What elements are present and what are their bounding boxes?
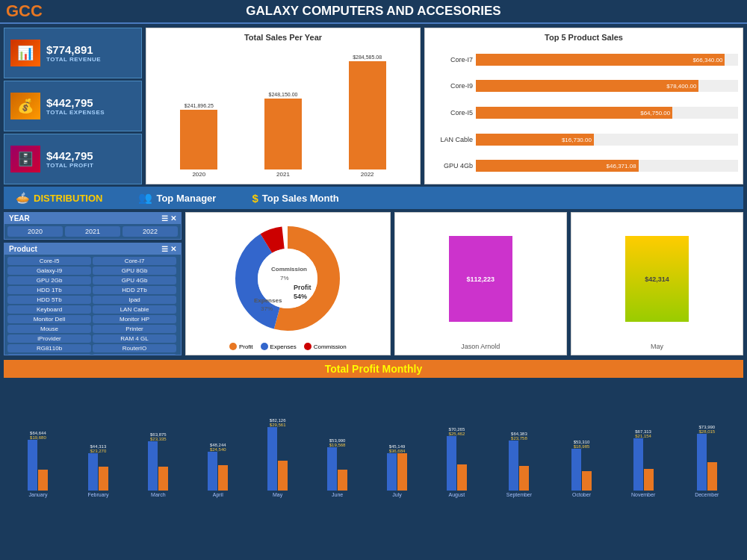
revenue-value: $774,891 xyxy=(46,43,101,56)
hbar-core-i7: Core-I7 $66,340.00 xyxy=(430,54,738,66)
month-mar: $63,875 $23,335 March xyxy=(148,432,168,497)
logo: GCC xyxy=(6,1,43,21)
svg-text:7%: 7% xyxy=(280,275,289,281)
product-btn[interactable]: GPU 8Gb xyxy=(93,267,176,275)
product-btn[interactable]: LAN Cable xyxy=(93,305,176,314)
profit-monthly-chart: $64,644 $19,680 January $44,313 $23,270 … xyxy=(4,380,743,501)
product-btn[interactable]: Monitor Dell xyxy=(7,315,91,323)
year-2020-btn[interactable]: 2020 xyxy=(7,226,63,237)
middle-tabs: 🥧 DISTRIBUTION 👥 Top Manager $ Top Sales… xyxy=(4,187,743,209)
profit-monthly-section: Total Profit Monthly $64,644 $19,680 Jan… xyxy=(0,358,747,505)
bar-2021: $248,150.00 2021 xyxy=(264,92,302,178)
manager-bar: $112,223 xyxy=(449,236,512,322)
year-2022-btn[interactable]: 2022 xyxy=(123,226,178,237)
month-jun: $53,990 $19,568 June xyxy=(327,438,347,497)
product-btn[interactable]: GPU 2Gb xyxy=(7,276,91,284)
expenses-label: TOTAL EXPENSES xyxy=(46,109,105,116)
product-section: Product ☰ ✕ Core-I5 Core-I7 Galaxy-I9 GP… xyxy=(4,243,182,355)
profit-icon: 🗄️ xyxy=(10,146,40,172)
product-btn[interactable]: RAM 4 GL xyxy=(93,335,176,343)
product-btn[interactable]: Ipad xyxy=(93,296,176,304)
legend-expenses: Expenses xyxy=(270,343,297,350)
svg-text:Profit: Profit xyxy=(294,284,311,291)
top-manager-icon: 👥 xyxy=(138,191,152,205)
manager-name: Jason Arnold xyxy=(461,343,500,350)
manager-value: $112,223 xyxy=(466,276,495,283)
top-sales-label: Top Sales Month xyxy=(262,193,339,204)
product-btn[interactable]: Core-I7 xyxy=(93,257,176,265)
top-manager-label: Top Manager xyxy=(156,193,216,204)
expenses-icon: 💰 xyxy=(10,93,40,119)
month-dec: $73,990 $28,015 December xyxy=(695,425,719,497)
revenue-label: TOTAL REVENUE xyxy=(46,56,101,63)
month-apr: $48,244 $24,540 April xyxy=(208,443,228,497)
month-jul: $45,149 $36,684 July xyxy=(387,444,407,497)
product-btn[interactable]: RG8110b xyxy=(7,344,91,352)
expenses-value: $442,795 xyxy=(46,96,105,109)
bar-2022: $284,585.08 2022 xyxy=(349,55,386,178)
profit-value: $442,795 xyxy=(46,149,93,162)
legend-commission: Commission xyxy=(314,343,347,350)
sales-per-year-chart: Total Sales Per Year $241,896.25 2020 $2… xyxy=(146,28,421,184)
distribution-chart: Commission 7% Profit 54% Expenses 37% Pr… xyxy=(185,212,391,355)
top5-title: Top 5 Product Sales xyxy=(430,33,738,42)
kpi-expenses: 💰 $442,795 TOTAL EXPENSES xyxy=(4,81,142,131)
product-btn[interactable]: HDD 5Tb xyxy=(7,296,91,304)
sales-month-name: May xyxy=(651,343,663,350)
product-btn[interactable]: GPU 4Gb xyxy=(93,276,176,284)
svg-text:Expenses: Expenses xyxy=(254,297,282,304)
sidebar: YEAR ☰ ✕ 2020 2021 2022 Product ☰ ✕ Core… xyxy=(4,212,182,355)
profit-monthly-header: Total Profit Monthly xyxy=(4,360,743,378)
kpi-cards: 📊 $774,891 TOTAL REVENUE 💰 $442,795 TOTA… xyxy=(4,28,142,184)
month-aug: $70,265 $25,462 August xyxy=(447,427,467,497)
product-btn[interactable]: SmartLunch xyxy=(93,354,176,355)
profit-label: TOTAL PROFIT xyxy=(46,162,93,169)
product-btn[interactable]: iProvider xyxy=(7,335,91,343)
hbar-core-i9: Core-I9 $78,400.00 xyxy=(430,80,738,92)
product-btn[interactable]: HDD 1Tb xyxy=(7,286,91,294)
top-sales-month-box: $42,314 May xyxy=(571,212,743,355)
kpi-profit: 🗄️ $442,795 TOTAL PROFIT xyxy=(4,134,142,184)
product-btn[interactable]: Printer xyxy=(93,325,176,333)
legend-profit: Profit xyxy=(239,343,253,350)
hbar-core-i5: Core-I5 $64,750.00 xyxy=(430,107,738,119)
top5-products-chart: Top 5 Product Sales Core-I7 $66,340.00 C… xyxy=(424,28,743,184)
month-jan: $64,644 $19,680 January xyxy=(28,431,48,497)
product-btn[interactable]: HDD 2Tb xyxy=(93,286,176,294)
distribution-label: DISTRIBUTION xyxy=(34,193,102,204)
sales-chart-title: Total Sales Per Year xyxy=(151,33,415,42)
year-section: YEAR ☰ ✕ 2020 2021 2022 xyxy=(4,212,182,240)
sales-month-value: $42,314 xyxy=(645,276,669,283)
tab-top-manager[interactable]: 👥 Top Manager xyxy=(120,189,234,207)
year-2021-btn[interactable]: 2021 xyxy=(65,226,120,237)
header-title: GALAXY COMPUTERS AND ACCESORIES xyxy=(246,4,500,19)
hbar-gpu4gb: GPU 4Gb $46,371.08 xyxy=(430,160,738,172)
kpi-revenue: 📊 $774,891 TOTAL REVENUE xyxy=(4,28,142,78)
year-header: YEAR ☰ ✕ xyxy=(4,213,181,224)
svg-text:Commission: Commission xyxy=(271,266,307,273)
product-btn[interactable]: Galaxy-I9 xyxy=(7,267,91,275)
sales-month-bar: $42,314 xyxy=(625,236,689,322)
month-may: $82,126 $29,561 May xyxy=(267,418,288,497)
svg-text:54%: 54% xyxy=(294,293,307,300)
month-feb: $44,313 $23,270 February xyxy=(87,444,108,497)
product-btn[interactable]: RouterLAN xyxy=(7,354,91,355)
revenue-icon: 📊 xyxy=(10,40,40,66)
tab-distribution[interactable]: 🥧 DISTRIBUTION xyxy=(10,189,120,207)
month-oct: $53,310 $18,985 October xyxy=(571,440,592,497)
product-btn[interactable]: Keyboard xyxy=(7,305,91,314)
distribution-icon: 🥧 xyxy=(16,191,30,205)
hbar-lan-cable: LAN Cable $16,730.00 xyxy=(430,134,738,146)
bar-2020: $241,896.25 2020 xyxy=(180,103,217,178)
product-btn[interactable]: RouterIO xyxy=(93,344,176,352)
product-header: Product ☰ ✕ xyxy=(4,243,181,255)
product-btn[interactable]: Monitor HP xyxy=(93,315,176,323)
tab-top-sales[interactable]: $ Top Sales Month xyxy=(234,190,356,207)
month-nov: $67,313 $21,154 November xyxy=(631,429,655,497)
top-manager-box: $112,223 Jason Arnold xyxy=(394,212,567,355)
svg-text:37%: 37% xyxy=(261,305,273,312)
product-btn[interactable]: Core-I5 xyxy=(7,257,91,265)
product-btn[interactable]: Mouse xyxy=(7,325,91,333)
month-sep: $64,383 $23,758 September xyxy=(506,432,532,497)
top-sales-icon: $ xyxy=(252,192,258,205)
